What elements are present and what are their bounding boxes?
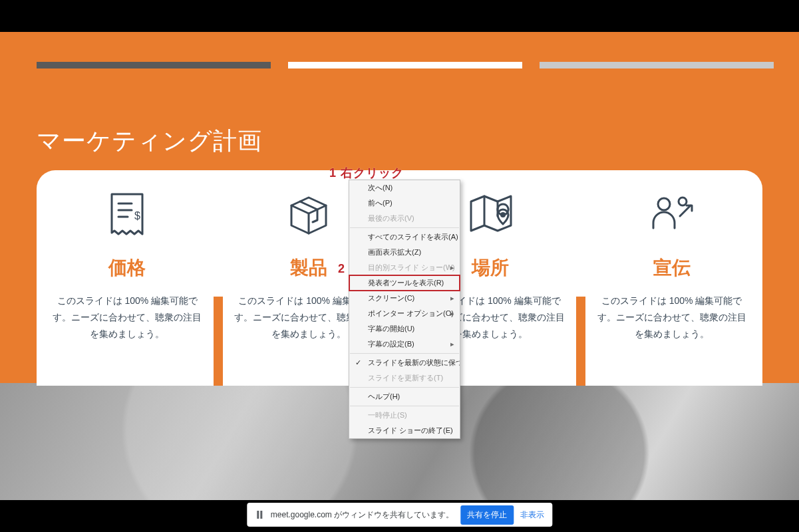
context-menu-item[interactable]: 字幕の開始(U) bbox=[349, 321, 460, 336]
context-menu-item[interactable]: ヘルプ(H) bbox=[349, 389, 460, 404]
submenu-arrow-icon: ▸ bbox=[450, 336, 454, 352]
context-menu-item: スライドを更新する(T) bbox=[349, 370, 460, 386]
share-status-text: meet.google.com がウィンドウを共有しています。 bbox=[271, 509, 454, 521]
card-price: $ 価格 このスライドは 100% 編集可能です。ニーズに合わせて、聴衆の注目を… bbox=[37, 170, 218, 386]
map-pin-icon bbox=[464, 188, 516, 241]
people-icon bbox=[644, 188, 700, 241]
context-menu-item[interactable]: すべてのスライドを表示(A) bbox=[349, 229, 460, 245]
screen-share-bar: meet.google.com がウィンドウを共有しています。 共有を停止 非表… bbox=[247, 503, 552, 527]
card-promotion: 宣伝 このスライドは 100% 編集可能です。ニーズに合わせて、聴衆の注目を集め… bbox=[581, 170, 762, 386]
context-menu-item[interactable]: スクリーン(C)▸ bbox=[349, 291, 460, 306]
slide-title: マーケティング計画 bbox=[37, 125, 262, 158]
progress-bar-2 bbox=[288, 62, 522, 68]
context-menu-item[interactable]: ポインター オプション(O)▸ bbox=[349, 306, 460, 321]
context-menu-separator bbox=[350, 387, 459, 388]
check-icon: ✓ bbox=[355, 355, 361, 370]
card-body: このスライドは 100% 編集可能です。ニーズに合わせて、聴衆の注目を集めましょ… bbox=[595, 293, 748, 343]
stop-sharing-button[interactable]: 共有を停止 bbox=[460, 505, 514, 525]
card-body: このスライドは 100% 編集可能です。ニーズに合わせて、聴衆の注目を集めましょ… bbox=[51, 293, 204, 343]
svg-point-7 bbox=[658, 198, 670, 210]
presentation-slide[interactable]: マーケティング計画 $ 価格 このスライドは 100% 編集可能です。ニーズに合… bbox=[0, 32, 799, 500]
context-menu-item[interactable]: 画面表示拡大(Z) bbox=[349, 245, 460, 260]
card-title: 価格 bbox=[108, 255, 146, 281]
context-menu-item[interactable]: スライド ショーの終了(E) bbox=[349, 423, 460, 438]
context-menu-item[interactable]: 字幕の設定(B)▸ bbox=[349, 336, 460, 352]
progress-bars bbox=[37, 62, 774, 68]
context-menu-item: 最後の表示(V) bbox=[349, 211, 460, 226]
context-menu-item: 目的別スライド ショー(W)▸ bbox=[349, 260, 460, 275]
svg-point-8 bbox=[679, 198, 687, 205]
progress-bar-3 bbox=[540, 62, 774, 68]
submenu-arrow-icon: ▸ bbox=[450, 260, 454, 275]
context-menu-separator bbox=[350, 353, 459, 354]
context-menu-item[interactable]: 前へ(P) bbox=[349, 196, 460, 211]
context-menu[interactable]: 次へ(N)前へ(P)最後の表示(V)すべてのスライドを表示(A)画面表示拡大(Z… bbox=[349, 180, 460, 439]
context-menu-item[interactable]: 次へ(N) bbox=[349, 180, 460, 196]
svg-rect-10 bbox=[260, 511, 262, 519]
card-title: 場所 bbox=[472, 255, 509, 281]
context-menu-item[interactable]: スライドを最新の状態に保つ(D)✓ bbox=[349, 355, 460, 370]
context-menu-item[interactable]: 発表者ツールを表示(R) bbox=[349, 275, 460, 291]
receipt-icon: $ bbox=[105, 188, 149, 241]
submenu-arrow-icon: ▸ bbox=[450, 291, 454, 306]
letterbox-top bbox=[0, 0, 799, 32]
svg-text:$: $ bbox=[134, 210, 140, 221]
box-icon bbox=[283, 188, 334, 241]
submenu-arrow-icon: ▸ bbox=[450, 306, 454, 321]
card-title: 製品 bbox=[290, 255, 327, 281]
progress-bar-1 bbox=[37, 62, 271, 68]
hide-sharing-bar-button[interactable]: 非表示 bbox=[520, 509, 544, 521]
stage: マーケティング計画 $ 価格 このスライドは 100% 編集可能です。ニーズに合… bbox=[0, 0, 799, 532]
context-menu-separator bbox=[350, 227, 459, 228]
share-indicator-icon bbox=[255, 510, 264, 519]
context-menu-item: 一時停止(S) bbox=[349, 408, 460, 423]
card-title: 宣伝 bbox=[653, 255, 691, 281]
context-menu-separator bbox=[350, 406, 459, 406]
svg-rect-9 bbox=[257, 511, 259, 519]
